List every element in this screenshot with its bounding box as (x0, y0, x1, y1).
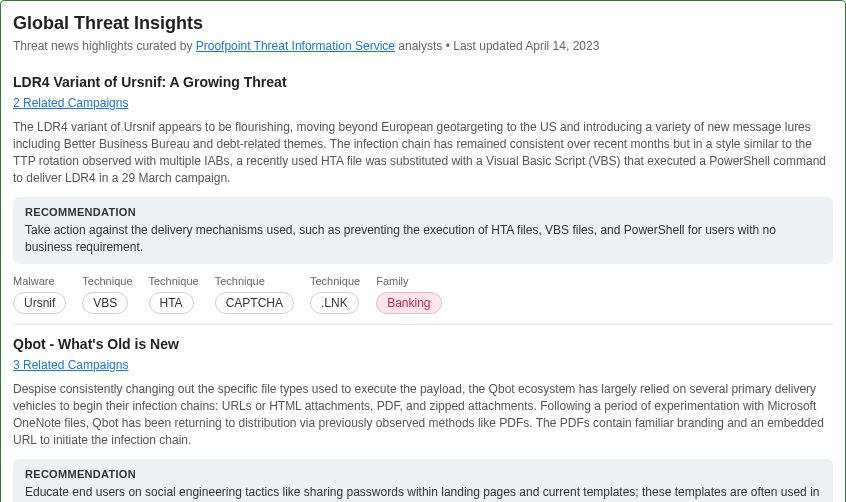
service-link[interactable]: Proofpoint Threat Information Service (196, 39, 395, 53)
related-campaigns-link[interactable]: 3 Related Campaigns (13, 357, 128, 374)
tag-pill[interactable]: Banking (376, 292, 441, 314)
page-title: Global Threat Insights (13, 11, 833, 36)
tag-label: Technique (310, 274, 360, 289)
tag-label: Family (376, 274, 408, 289)
tag-pill[interactable]: VBS (82, 292, 128, 314)
related-campaigns-link[interactable]: 2 Related Campaigns (13, 95, 128, 112)
tag-label: Technique (149, 274, 199, 289)
article-body: Despise consistently changing out the sp… (13, 381, 833, 448)
recommendation-body: Take action against the delivery mechani… (25, 222, 821, 256)
article-title: LDR4 Variant of Ursnif: A Growing Threat (13, 73, 833, 93)
tag-row: MalwareUrsnifTechniqueVBSTechniqueHTATec… (13, 274, 833, 314)
page-subtitle: Threat news highlights curated by Proofp… (13, 38, 833, 55)
tag-group: Technique.LNK (310, 274, 360, 314)
article: Qbot - What's Old is New3 Related Campai… (13, 324, 833, 502)
tag-pill[interactable]: .LNK (310, 292, 359, 314)
tag-group: TechniqueVBS (82, 274, 132, 314)
recommendation-title: RECOMMENDATION (25, 205, 821, 220)
recommendation-title: RECOMMENDATION (25, 467, 821, 482)
tag-label: Technique (82, 274, 132, 289)
tag-group: MalwareUrsnif (13, 274, 66, 314)
recommendation-box: RECOMMENDATIONTake action against the de… (13, 197, 833, 264)
recommendation-body: Educate end users on social engineering … (25, 484, 821, 502)
tag-group: FamilyBanking (376, 274, 441, 314)
tag-label: Malware (13, 274, 55, 289)
sub-suffix: analysts • Last updated April 14, 2023 (395, 39, 599, 53)
tag-pill[interactable]: HTA (149, 292, 194, 314)
tag-group: TechniqueHTA (149, 274, 199, 314)
article: LDR4 Variant of Ursnif: A Growing Threat… (13, 69, 833, 324)
article-body: The LDR4 variant of Ursnif appears to be… (13, 119, 833, 186)
recommendation-box: RECOMMENDATIONEducate end users on socia… (13, 459, 833, 502)
tag-label: Technique (215, 274, 265, 289)
sub-prefix: Threat news highlights curated by (13, 39, 196, 53)
tag-pill[interactable]: CAPTCHA (215, 292, 294, 314)
tag-pill[interactable]: Ursnif (13, 292, 66, 314)
tag-group: TechniqueCAPTCHA (215, 274, 294, 314)
article-title: Qbot - What's Old is New (13, 335, 833, 355)
